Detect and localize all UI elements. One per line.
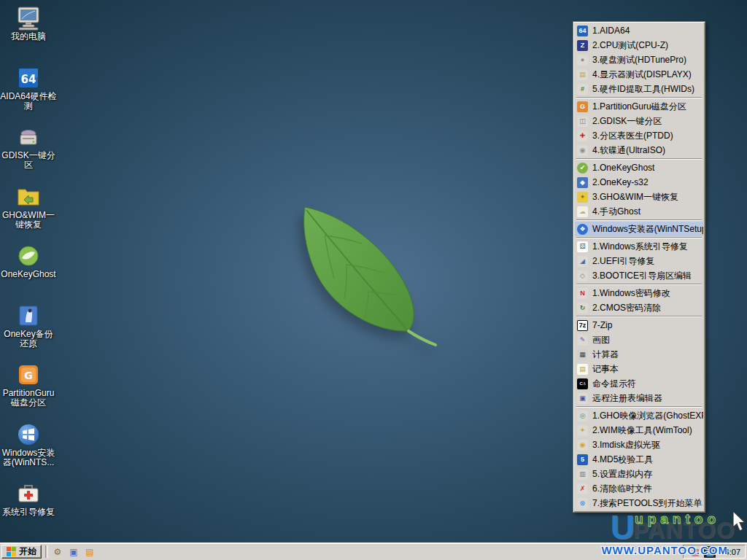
desktop-icon-label: OneKeyGhost (0, 270, 57, 279)
menu-item-label: 1.Windows系统引导修复 (592, 241, 688, 253)
menu-item[interactable]: ⚄1.Windows系统引导修复 (575, 239, 703, 254)
desktop-icon-label: AIDA64硬件检测 (0, 92, 57, 111)
flag-pane (12, 547, 16, 551)
menu-item[interactable]: ❖Windows安装器(WinNTSetup) (575, 222, 703, 236)
menu-item[interactable]: ✎画图 (575, 332, 703, 347)
menu-item[interactable]: 641.AIDA64 (575, 23, 703, 38)
folder-search-icon[interactable]: ▤ (84, 546, 96, 558)
menu-item[interactable]: ✚3.分区表医生(PTDD) (575, 128, 703, 143)
menu-item[interactable]: ◉3.Imdisk虚拟光驱 (575, 438, 703, 452)
flag-pane (7, 552, 11, 556)
desktop-icon-aida64[interactable]: 64AIDA64硬件检测 (0, 66, 57, 111)
menu-separator (576, 237, 702, 238)
menu-item[interactable]: ◢2.UEFI引导修复 (575, 254, 703, 268)
menu-item[interactable]: ●3.硬盘测试(HDTunePro) (575, 52, 703, 67)
svg-text:G: G (24, 370, 33, 381)
menu-item[interactable]: ▣远程注册表编辑器 (575, 391, 703, 405)
desktop-icon-gdisk[interactable]: GDISK一键分区 (0, 125, 57, 170)
popup-menu: 641.AIDA64Z2.CPU测试(CPU-Z)●3.硬盘测试(HDTuneP… (573, 21, 705, 513)
uefi-repair-icon: ◢ (577, 256, 588, 267)
menu-item[interactable]: ▤记事本 (575, 362, 703, 376)
start-button-label: 开始 (19, 545, 36, 558)
menu-item[interactable]: Z2.CPU测试(CPU-Z) (575, 38, 703, 52)
desktop-icon-label: GHO&WIM一键恢复 (0, 211, 57, 230)
menu-item-label: 3.GHO&WIM一键恢复 (592, 191, 678, 203)
menu-item-label: 4.显示器测试(DISPLAYX) (592, 69, 692, 81)
menu-item-label: 3.BOOTICE引导扇区编辑 (592, 270, 692, 282)
recovery-folder-icon (16, 184, 41, 209)
menu-item-label: 3.硬盘测试(HDTunePro) (592, 54, 686, 66)
desktop[interactable]: 我的电脑64AIDA64硬件检测GDISK一键分区GHO&WIM一键恢复OneK… (0, 0, 747, 560)
menu-item-label: 5.硬件ID提取工具(HWIDs) (592, 83, 694, 96)
menu-item[interactable]: ✦3.GHO&WIM一键恢复 (575, 190, 703, 204)
desktop-icon-label: OneKey备份还原 (0, 330, 57, 349)
menu-item[interactable]: ⊙7.搜索PETOOLS到开始菜单 (575, 496, 703, 510)
menu-item[interactable]: ◇3.BOOTICE引导扇区编辑 (575, 268, 703, 283)
menu-item[interactable]: ◎1.GHO映像浏览器(GhostEXP) (575, 408, 703, 423)
menu-item[interactable]: N1.Windows密码修改 (575, 286, 703, 300)
aida64-icon: 64 (577, 26, 588, 36)
gho-wim-icon: ✦ (577, 192, 588, 203)
desktop-icon-partitionguru[interactable]: GPartitionGuru磁盘分区 (0, 362, 57, 408)
disk-drive-icon (16, 125, 41, 149)
notepad-icon: ▤ (577, 364, 588, 375)
menu-item-label: 2.OneKey-s32 (592, 177, 649, 187)
menu-separator (576, 219, 702, 221)
menu-item-label: 4.软碟通(UltraISO) (592, 144, 665, 157)
show-desktop-icon[interactable]: ▣ (68, 546, 80, 558)
display-tray-icon[interactable]: ▦ (704, 546, 716, 558)
menu-item-label: 6.清除临时文件 (592, 483, 652, 495)
paint-icon: ✎ (577, 335, 588, 346)
desktop-icon-onekey-backup[interactable]: OneKey备份还原 (0, 303, 57, 349)
menu-item[interactable]: ◉4.软碟通(UltraISO) (575, 143, 703, 158)
menu-separator (576, 158, 702, 160)
desktop-icon-windows-installer[interactable]: Windows安装器(WinNTS... (0, 422, 57, 467)
menu-item[interactable]: 7z7-Zip (575, 318, 703, 332)
menu-item[interactable]: ◫2.GDISK一键分区 (575, 114, 703, 128)
aida64-desktop-icon: 64 (16, 66, 41, 90)
taskbar-divider (45, 545, 48, 558)
menu-item-label: 远程注册表编辑器 (592, 392, 662, 405)
menu-separator (576, 97, 702, 98)
menu-item[interactable]: ▥5.设置虚拟内存 (575, 467, 703, 481)
virtual-memory-icon: ▥ (577, 469, 588, 480)
flag-pane (7, 547, 11, 551)
menu-item-label: 1.OneKeyGhost (592, 163, 654, 173)
desktop-icon-gho-wim[interactable]: GHO&WIM一键恢复 (0, 184, 57, 230)
password-change-icon: N (577, 288, 588, 299)
menu-item[interactable]: ✔1.OneKeyGhost (575, 160, 703, 175)
quick-launch-bar: ⚙▣▤ (52, 546, 96, 558)
menu-item[interactable]: ▤4.显示器测试(DISPLAYX) (575, 67, 703, 82)
desktop-icon-boot-repair[interactable]: 系统引导修复 (0, 481, 57, 517)
menu-item-label: 2.CPU测试(CPU-Z) (592, 39, 668, 52)
hdd-test-icon: ● (577, 55, 588, 66)
menu-item[interactable]: ✦2.WIM映像工具(WimTool) (575, 423, 703, 438)
desktop-icon-label: Windows安装器(WinNTS... (0, 448, 57, 467)
desktop-icon-label: 我的电脑 (0, 32, 57, 42)
ime-tray-icon[interactable]: ▩ (689, 546, 701, 558)
desktop-icon-my-computer[interactable]: 我的电脑 (0, 6, 57, 42)
ptdd-icon: ✚ (577, 131, 588, 141)
menu-item[interactable]: ◆2.OneKey-s32 (575, 175, 703, 190)
menu-item[interactable]: #5.硬件ID提取工具(HWIDs) (575, 82, 703, 96)
pe-tools-icon[interactable]: ⚙ (52, 546, 63, 558)
menu-item[interactable]: ☁4.手动Ghost (575, 204, 703, 219)
menu-item-label: 5.设置虚拟内存 (592, 468, 652, 481)
menu-item-label: 4.手动Ghost (592, 206, 640, 218)
menu-item[interactable]: G1.PartitionGuru磁盘分区 (575, 99, 703, 114)
partitionguru-desktop-icon: G (16, 362, 41, 387)
bootice-icon: ◇ (577, 271, 588, 281)
windows-flag-icon (7, 547, 16, 556)
menu-item[interactable]: ▦计算器 (575, 347, 703, 362)
desktop-icon-label: PartitionGuru磁盘分区 (0, 389, 57, 408)
menu-item[interactable]: ✗6.清除临时文件 (575, 481, 703, 496)
onekeyghost-icon (16, 244, 41, 268)
start-button[interactable]: 开始 (1, 545, 42, 559)
desktop-icon-onekeyghost[interactable]: OneKeyGhost (0, 244, 57, 279)
menu-item[interactable]: 54.MD5校验工具 (575, 452, 703, 467)
menu-item[interactable]: C:\命令提示符 (575, 376, 703, 391)
cmd-icon: C:\ (577, 378, 588, 389)
menu-item-label: 1.AIDA64 (592, 26, 630, 36)
menu-item[interactable]: ↻2.CMOS密码清除 (575, 300, 703, 315)
menu-item-label: 命令提示符 (592, 378, 636, 390)
